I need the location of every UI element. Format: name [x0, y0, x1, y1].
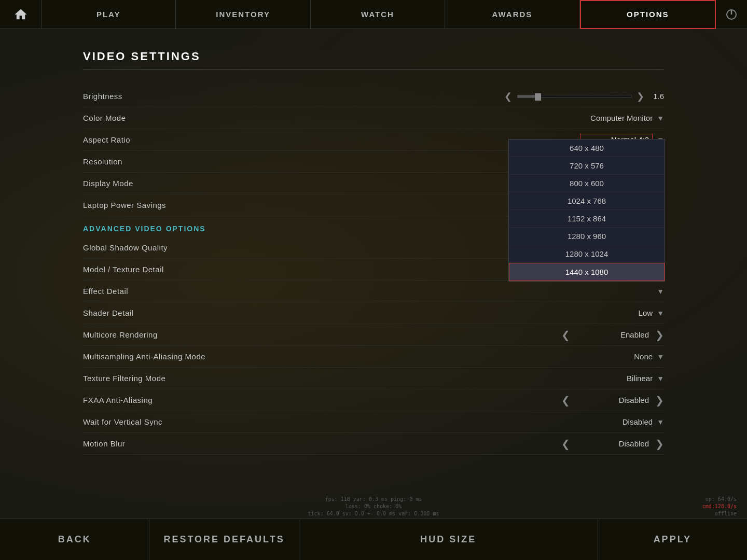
texture-filtering-arrow: ▼ [657, 374, 664, 383]
vsync-row: Wait for Vertical Sync Disabled ▼ [83, 411, 664, 433]
aspect-ratio-label: Aspect Ratio [83, 135, 301, 144]
multicore-label: Multicore Rendering [83, 330, 301, 339]
home-button[interactable] [0, 0, 42, 29]
shader-detail-arrow: ▼ [657, 309, 664, 317]
debug-info: fps: 118 var: 0.3 ms ping: 0 ms loss: 0%… [308, 496, 439, 517]
display-mode-label: Display Mode [83, 179, 301, 188]
brightness-right-arrow[interactable]: ❯ [637, 91, 644, 102]
color-mode-row: Color Mode Computer Monitor ▼ [83, 107, 664, 129]
msaa-arrow: ▼ [657, 353, 664, 361]
effect-detail-arrow: ▼ [657, 287, 664, 296]
motion-blur-lr: ❮ Disabled ❯ [561, 438, 664, 450]
texture-filtering-row: Texture Filtering Mode Bilinear ▼ [83, 368, 664, 389]
shader-detail-row: Shader Detail Low ▼ [83, 302, 664, 324]
color-mode-label: Color Mode [83, 114, 301, 122]
multicore-control: ❮ Enabled ❯ [301, 329, 664, 341]
msaa-value: None [580, 352, 653, 361]
vsync-label: Wait for Vertical Sync [83, 417, 301, 426]
brightness-left-arrow[interactable]: ❮ [504, 91, 512, 102]
texture-filtering-label: Texture Filtering Mode [83, 374, 301, 383]
motion-blur-right-arrow[interactable]: ❯ [655, 438, 664, 450]
msaa-dropdown[interactable]: None ▼ [580, 352, 664, 361]
hud-size-button[interactable]: HUD SIZE [299, 519, 598, 560]
shader-detail-control: Low ▼ [301, 309, 664, 317]
motion-blur-row: Motion Blur ❮ Disabled ❯ [83, 433, 664, 455]
texture-filtering-value: Bilinear [580, 374, 653, 383]
nav-awards[interactable]: AWARDS [445, 0, 579, 29]
motion-blur-left-arrow[interactable]: ❮ [561, 438, 570, 450]
vsync-control: Disabled ▼ [301, 417, 664, 426]
resolution-label: Resolution [83, 157, 301, 166]
brightness-value: 1.6 [648, 92, 664, 101]
shader-detail-dropdown[interactable]: Low ▼ [580, 309, 664, 317]
multicore-right-arrow[interactable]: ❯ [655, 329, 664, 341]
shader-detail-label: Shader Detail [83, 309, 301, 317]
model-texture-label: Model / Texture Detail [83, 265, 301, 274]
nav-watch[interactable]: WATCH [311, 0, 445, 29]
fxaa-lr: ❮ Disabled ❯ [561, 394, 664, 407]
msaa-row: Multisampling Anti-Aliasing Mode None ▼ [83, 346, 664, 368]
msaa-label: Multisampling Anti-Aliasing Mode [83, 352, 301, 361]
multicore-lr: ❮ Enabled ❯ [561, 329, 664, 341]
color-mode-dropdown[interactable]: Computer Monitor ▼ [580, 114, 664, 122]
navbar: PLAY INVENTORY WATCH AWARDS OPTIONS [0, 0, 747, 29]
brightness-thumb [535, 93, 541, 101]
home-icon [13, 7, 28, 22]
fxaa-control: ❮ Disabled ❯ [301, 394, 664, 407]
texture-filtering-dropdown[interactable]: Bilinear ▼ [580, 374, 664, 383]
motion-blur-value: Disabled [576, 439, 649, 448]
apply-button[interactable]: APPLY [598, 519, 747, 560]
vsync-arrow: ▼ [657, 418, 664, 426]
page-title: VIDEO SETTINGS [83, 50, 664, 70]
motion-blur-control: ❮ Disabled ❯ [301, 438, 664, 450]
vsync-dropdown[interactable]: Disabled ▼ [580, 417, 664, 426]
fxaa-right-arrow[interactable]: ❯ [655, 394, 664, 407]
effect-detail-row: Effect Detail ▼ [83, 281, 664, 302]
fxaa-label: FXAA Anti-Aliasing [83, 396, 301, 404]
effect-detail-control: ▼ [301, 287, 664, 296]
color-mode-control: Computer Monitor ▼ [301, 114, 664, 122]
msaa-control: None ▼ [301, 352, 664, 361]
nav-options[interactable]: OPTIONS [580, 0, 716, 29]
laptop-power-label: Laptop Power Savings [83, 201, 301, 209]
resolution-option-1[interactable]: 720 x 576 [509, 157, 665, 175]
nav-inventory[interactable]: INVENTORY [176, 0, 310, 29]
brightness-control: ❮ ❯ 1.6 [301, 91, 664, 102]
restore-defaults-button[interactable]: RESTORE DEFAULTS [149, 519, 299, 560]
resolution-option-6[interactable]: 1280 x 1024 [509, 245, 665, 263]
brightness-track[interactable] [517, 95, 631, 98]
fxaa-left-arrow[interactable]: ❮ [561, 394, 570, 407]
fxaa-row: FXAA Anti-Aliasing ❮ Disabled ❯ [83, 389, 664, 411]
brightness-slider[interactable]: ❮ ❯ [504, 91, 644, 102]
brightness-row: Brightness ❮ ❯ 1.6 [83, 86, 664, 107]
multicore-left-arrow[interactable]: ❮ [561, 329, 570, 341]
brightness-label: Brightness [83, 92, 301, 101]
resolution-option-3[interactable]: 1024 x 768 [509, 192, 665, 210]
fxaa-value: Disabled [576, 396, 649, 404]
motion-blur-label: Motion Blur [83, 439, 301, 448]
color-mode-arrow: ▼ [657, 114, 664, 122]
power-icon [725, 8, 738, 21]
effect-detail-dropdown[interactable]: ▼ [580, 287, 664, 296]
resolution-option-4[interactable]: 1152 x 864 [509, 210, 665, 228]
vsync-value: Disabled [580, 417, 653, 426]
resolution-option-5[interactable]: 1280 x 960 [509, 228, 665, 245]
multicore-row: Multicore Rendering ❮ Enabled ❯ [83, 324, 664, 346]
resolution-option-2[interactable]: 800 x 600 [509, 175, 665, 192]
shader-detail-value: Low [580, 309, 653, 317]
brightness-fill [518, 95, 535, 97]
resolution-option-0[interactable]: 640 x 480 [509, 139, 665, 157]
bottom-bar: BACK RESTORE DEFAULTS HUD SIZE APPLY [0, 519, 747, 560]
resolution-popup: 640 x 480 720 x 576 800 x 600 1024 x 768… [508, 139, 665, 282]
resolution-option-7[interactable]: 747 x 560 [509, 263, 665, 281]
effect-detail-label: Effect Detail [83, 287, 301, 296]
debug-info-right: up: 64.0/s cmd:128.0/s offline [702, 496, 737, 517]
power-button[interactable] [716, 0, 747, 29]
nav-play[interactable]: PLAY [42, 0, 176, 29]
color-mode-value: Computer Monitor [580, 114, 653, 122]
multicore-value: Enabled [576, 330, 649, 339]
global-shadow-label: Global Shadow Quality [83, 243, 301, 252]
texture-filtering-control: Bilinear ▼ [301, 374, 664, 383]
back-button[interactable]: BACK [0, 519, 149, 560]
